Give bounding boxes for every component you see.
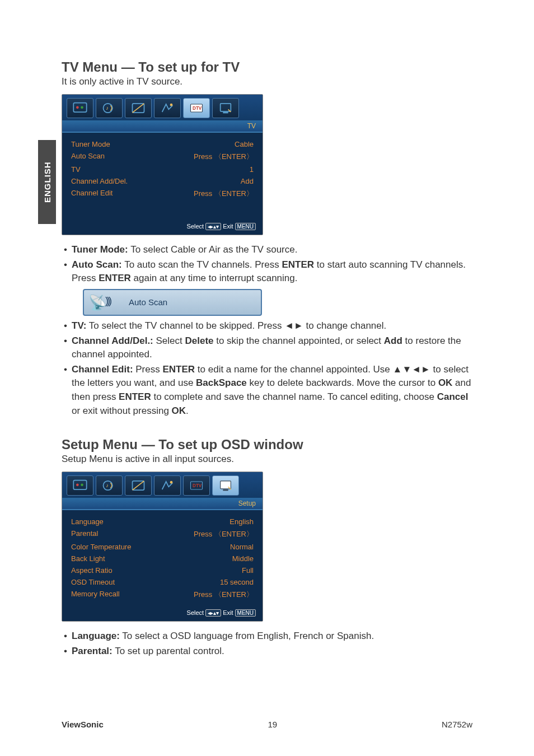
menu-key: MENU bbox=[235, 223, 256, 230]
foot-exit-label: Exit bbox=[223, 609, 233, 616]
osd-row: Channel EditPress 〈ENTER〉 bbox=[71, 187, 254, 200]
bullet-label: TV: bbox=[72, 320, 86, 331]
page-footer: ViewSonic 19 N2752w bbox=[0, 720, 534, 729]
tv-menu-subtext: It is only active in TV source. bbox=[62, 76, 472, 87]
video-tab-icon bbox=[67, 98, 93, 118]
osd-label: Channel Add/Del. bbox=[71, 177, 128, 185]
osd-value: Add bbox=[241, 177, 254, 185]
svg-point-13 bbox=[76, 484, 79, 487]
auto-scan-box: 📡 ))) Auto Scan bbox=[83, 289, 262, 316]
bullet-text: To select the TV channel to be skipped. … bbox=[86, 320, 386, 331]
osd-label: Parental bbox=[71, 529, 98, 539]
svg-point-2 bbox=[81, 106, 83, 109]
bullet-text: To auto scan the TV channels. Press bbox=[122, 259, 282, 270]
osd-row: Color TemperatureNormal bbox=[71, 541, 254, 553]
osd-row: LanguageEnglish bbox=[71, 516, 254, 528]
footer-brand: ViewSonic bbox=[62, 720, 104, 729]
osd-label: Back Light bbox=[71, 554, 105, 563]
osd2-footer: Select◂▸▴▾ ExitMENU bbox=[62, 606, 263, 621]
key-name: Add bbox=[384, 335, 402, 346]
bullet-text: To set up parental control. bbox=[113, 646, 224, 656]
footer-model: N2752w bbox=[442, 720, 472, 729]
audio-tab-icon: ♪ bbox=[96, 475, 123, 496]
svg-rect-11 bbox=[223, 112, 228, 113]
bullet-text: or exit without pressing bbox=[72, 405, 172, 416]
osd-row: TV1 bbox=[71, 164, 254, 175]
osd-label: Language bbox=[71, 517, 104, 526]
osd-row: Tuner ModeCable bbox=[71, 138, 254, 150]
svg-line-18 bbox=[133, 481, 144, 490]
svg-text:♪: ♪ bbox=[106, 106, 109, 111]
svg-point-19 bbox=[170, 481, 173, 484]
osd-value: Press 〈ENTER〉 bbox=[194, 529, 254, 539]
key-name: ENTER bbox=[162, 364, 195, 375]
osd-value: 1 bbox=[250, 165, 254, 174]
bullet-text: To select a OSD language from English, F… bbox=[120, 631, 374, 641]
osd-tab-bar: ♪ DTV bbox=[62, 472, 263, 498]
osd-label: Tuner Mode bbox=[71, 140, 110, 148]
key-name: Delete bbox=[185, 335, 213, 346]
svg-text:DTV: DTV bbox=[193, 484, 202, 489]
osd2-body: LanguageEnglish ParentalPress 〈ENTER〉 Co… bbox=[62, 510, 263, 606]
page: ENGLISH TV Menu — To set up for TV It is… bbox=[0, 0, 534, 756]
arrow-keys-icon: ◂▸▴▾ bbox=[205, 223, 221, 230]
bullet-label: Language: bbox=[72, 631, 120, 641]
list-item: TV: To select the TV channel to be skipp… bbox=[62, 319, 472, 333]
osd-value: 15 second bbox=[220, 578, 254, 586]
svg-rect-12 bbox=[73, 480, 86, 489]
bullet-label: Channel Add/Del.: bbox=[72, 335, 153, 346]
osd2-title: Setup bbox=[62, 498, 263, 510]
option-tab-icon bbox=[154, 475, 181, 496]
arrow-keys-icon: ◂▸▴▾ bbox=[205, 609, 221, 617]
svg-text:♪: ♪ bbox=[106, 483, 109, 489]
setup-menu-heading: Setup Menu — To set up OSD window bbox=[62, 437, 472, 452]
bullet-label: Tuner Mode: bbox=[72, 244, 128, 255]
osd-value: Press 〈ENTER〉 bbox=[194, 590, 254, 600]
osd-value: Press 〈ENTER〉 bbox=[194, 189, 254, 199]
setup-tab-icon bbox=[212, 475, 239, 496]
bullet-text: Select bbox=[153, 335, 185, 346]
footer-page-number: 19 bbox=[104, 720, 442, 729]
key-name: ENTER bbox=[119, 391, 151, 402]
key-name: ENTER bbox=[282, 259, 314, 270]
key-name: OK bbox=[172, 405, 186, 416]
svg-point-14 bbox=[81, 484, 83, 487]
bullet-label: Parental: bbox=[72, 646, 113, 656]
osd1-body: Tuner ModeCable Auto ScanPress 〈ENTER〉 T… bbox=[62, 133, 263, 220]
time-tab-icon bbox=[125, 98, 152, 118]
osd-row: Back LightMiddle bbox=[71, 553, 254, 564]
osd-label: OSD Timeout bbox=[71, 578, 115, 586]
foot-select-label: Select bbox=[187, 609, 204, 616]
osd-row: OSD Timeout15 second bbox=[71, 576, 254, 588]
setup-bullet-list: Language: To select a OSD language from … bbox=[62, 629, 472, 658]
list-item: Tuner Mode: To select Cable or Air as th… bbox=[62, 243, 472, 257]
osd-row: ParentalPress 〈ENTER〉 bbox=[71, 528, 254, 541]
bullet-text: to complete and save the channel name. T… bbox=[151, 391, 437, 402]
list-item: Channel Add/Del.: Select Delete to skip … bbox=[62, 334, 472, 362]
foot-select-label: Select bbox=[187, 223, 204, 230]
osd-label: Auto Scan bbox=[71, 152, 105, 162]
osd-row: Memory RecallPress 〈ENTER〉 bbox=[71, 588, 254, 601]
list-item: Language: To select a OSD language from … bbox=[62, 629, 472, 643]
svg-line-6 bbox=[133, 104, 144, 113]
signal-waves-icon: ))) bbox=[105, 293, 110, 308]
osd-label: Memory Recall bbox=[71, 590, 120, 600]
osd-label: Color Temperature bbox=[71, 543, 131, 551]
setup-menu-osd: ♪ DTV Setup LanguageEnglish ParentalPres… bbox=[62, 472, 263, 622]
osd1-title: TV bbox=[62, 120, 263, 133]
language-side-tab: ENGLISH bbox=[38, 140, 56, 224]
osd-row: Auto ScanPress 〈ENTER〉 bbox=[71, 150, 254, 164]
osd-value: English bbox=[229, 517, 254, 526]
osd-value: Cable bbox=[235, 140, 254, 148]
bullet-label: Auto Scan: bbox=[72, 259, 122, 270]
option-tab-icon bbox=[154, 98, 181, 118]
tv-menu-heading: TV Menu — To set up for TV bbox=[62, 59, 472, 75]
osd1-footer: Select◂▸▴▾ ExitMENU bbox=[62, 220, 263, 235]
key-name: BackSpace bbox=[196, 377, 247, 388]
tv-bullet-list: Tuner Mode: To select Cable or Air as th… bbox=[62, 243, 472, 418]
bullet-text: key to delete backwards. Move the cursor… bbox=[247, 377, 438, 388]
svg-point-7 bbox=[170, 104, 173, 106]
list-item: Channel Edit: Press ENTER to edit a name… bbox=[62, 363, 472, 418]
tv-tab-icon: DTV bbox=[183, 98, 210, 118]
osd-value: Normal bbox=[230, 543, 254, 551]
